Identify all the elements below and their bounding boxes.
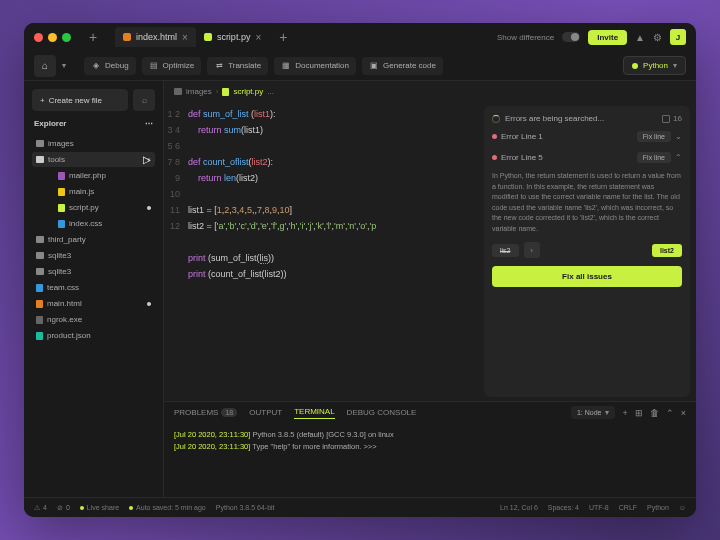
problems-badge: 18	[221, 408, 237, 417]
ai-assistant-panel: Errors are being searched... 16 Error Li…	[484, 106, 690, 397]
documentation-button[interactable]: ▦Documentation	[274, 57, 356, 75]
breadcrumb[interactable]: images › script.py ...	[164, 81, 696, 102]
titlebar: + index.html × script.py × + Show differ…	[24, 23, 696, 51]
add-tab-button[interactable]: +	[273, 27, 293, 47]
html-file-icon	[123, 33, 131, 41]
tab-terminal[interactable]: TERMINAL	[294, 407, 334, 419]
chevron-down-icon[interactable]: ▾	[62, 61, 66, 70]
user-avatar[interactable]: J	[670, 29, 686, 45]
sb-spaces[interactable]: Spaces: 4	[548, 504, 579, 511]
optimize-button[interactable]: ▤Optimize	[142, 57, 202, 75]
invite-button[interactable]: Invite	[588, 30, 627, 45]
error-line-1[interactable]: Error Line 1 Fix line ⌄	[492, 129, 682, 144]
code-editor[interactable]: 1 2 3 4 5 6 7 8 9 10 11 12 def sum_of_li…	[164, 102, 484, 401]
new-code[interactable]: list2	[652, 244, 682, 257]
sidebar: + Create new file ⌕ Explorer ⋯ images to…	[24, 81, 164, 497]
file-main-js[interactable]: main.js	[32, 184, 155, 199]
split-terminal-icon[interactable]: ⊞	[635, 408, 643, 418]
folder-icon	[36, 252, 44, 259]
doc-icon: ▦	[281, 61, 291, 71]
sb-live-share[interactable]: Live share	[80, 504, 119, 511]
maximize-window-icon[interactable]	[62, 33, 71, 42]
debug-button[interactable]: ◈Debug	[84, 57, 136, 75]
close-icon[interactable]: ×	[681, 408, 686, 418]
sb-eol[interactable]: CRLF	[619, 504, 637, 511]
folder-sqlite3-b[interactable]: sqlite3	[32, 264, 155, 279]
ai-explanation: In Python, the return statement is used …	[492, 171, 682, 234]
sb-errors[interactable]: ⊘ 0	[57, 504, 70, 512]
folder-third-party[interactable]: third_party	[32, 232, 155, 247]
code-content[interactable]: def sum_of_list (list1): return sum(list…	[188, 106, 484, 397]
fix-line-button[interactable]: Fix line	[637, 152, 671, 163]
sb-feedback-icon[interactable]: ☺	[679, 504, 686, 511]
create-file-button[interactable]: + Create new file	[32, 89, 128, 111]
minimize-window-icon[interactable]	[48, 33, 57, 42]
translate-button[interactable]: ⇄Translate	[207, 57, 268, 75]
tab-label: script.py	[217, 32, 251, 42]
python-file-icon	[58, 204, 65, 212]
file-mailer-php[interactable]: mailer.php	[32, 168, 155, 183]
tab-output[interactable]: OUTPUT	[249, 408, 282, 417]
folder-images[interactable]: images	[32, 136, 155, 151]
lang-dot-icon	[632, 63, 638, 69]
terminal-selector[interactable]: 1: Node▾	[571, 406, 616, 419]
sb-warnings[interactable]: ⚠ 4	[34, 504, 47, 512]
arrow-right-icon[interactable]: ›	[524, 242, 540, 258]
tab-index-html[interactable]: index.html ×	[115, 27, 196, 47]
sb-encoding[interactable]: UTF-8	[589, 504, 609, 511]
close-tab-icon[interactable]: ×	[182, 32, 188, 43]
terminal-panel: PROBLEMS18 OUTPUT TERMINAL DEBUG CONSOLE…	[164, 401, 696, 497]
more-icon[interactable]: ⋯	[145, 119, 153, 128]
css-file-icon	[36, 284, 43, 292]
json-file-icon	[36, 332, 43, 340]
live-dot-icon	[80, 506, 84, 510]
error-line-5[interactable]: Error Line 5 Fix line ⌃	[492, 150, 682, 165]
chevron-down-icon: ▾	[673, 61, 677, 70]
cursor-icon: ▷	[143, 154, 151, 165]
home-button[interactable]: ⌂	[34, 55, 56, 77]
tab-script-py[interactable]: script.py ×	[196, 27, 269, 47]
close-window-icon[interactable]	[34, 33, 43, 42]
show-diff-toggle[interactable]	[562, 32, 580, 42]
fix-line-button[interactable]: Fix line	[637, 131, 671, 142]
tab-bar: index.html × script.py × +	[115, 27, 293, 47]
file-product-json[interactable]: product.json	[32, 328, 155, 343]
trash-icon[interactable]: 🗑	[650, 408, 659, 418]
fix-all-button[interactable]: Fix all issues	[492, 266, 682, 287]
sb-cursor-pos[interactable]: Ln 12, Col 6	[500, 504, 538, 511]
old-code: lis2	[492, 244, 519, 257]
file-team-css[interactable]: team.css	[32, 280, 155, 295]
settings-icon[interactable]: ⚙	[653, 32, 662, 43]
generate-code-button[interactable]: ▣Generate code	[362, 57, 443, 75]
new-terminal-icon[interactable]: +	[622, 408, 627, 418]
sb-language[interactable]: Python	[647, 504, 669, 511]
folder-icon	[174, 88, 182, 95]
tab-problems[interactable]: PROBLEMS18	[174, 408, 237, 417]
tab-debug-console[interactable]: DEBUG CONSOLE	[347, 408, 417, 417]
sb-python-version[interactable]: Python 3.8.5 64-bit	[216, 504, 275, 511]
search-button[interactable]: ⌕	[133, 89, 155, 111]
sb-autosave[interactable]: Auto saved: 5 min ago	[129, 504, 206, 511]
file-tree: images tools▾▷ mailer.php main.js script…	[32, 136, 155, 343]
app-window: + index.html × script.py × + Show differ…	[24, 23, 696, 517]
file-main-html[interactable]: main.html	[32, 296, 155, 311]
spinner-icon	[492, 115, 500, 123]
editor: images › script.py ... 1 2 3 4 5 6 7 8 9…	[164, 81, 696, 497]
php-file-icon	[58, 172, 65, 180]
close-tab-icon[interactable]: ×	[255, 32, 261, 43]
file-script-py[interactable]: script.py	[32, 200, 155, 215]
file-ngrok-exe[interactable]: ngrok.exe	[32, 312, 155, 327]
folder-tools[interactable]: tools▾▷	[32, 152, 155, 167]
folder-icon	[36, 268, 44, 275]
chevron-up-icon[interactable]: ⌃	[675, 153, 682, 162]
file-index-css[interactable]: index.css	[32, 216, 155, 231]
bell-icon[interactable]: ▲	[635, 32, 645, 43]
chevron-up-icon[interactable]: ⌃	[666, 408, 674, 418]
terminal-output[interactable]: [Jul 20 2020, 23:11:30] Python 3.8.5 (de…	[164, 423, 696, 497]
save-dot-icon	[129, 506, 133, 510]
copy-icon[interactable]	[662, 115, 670, 123]
language-selector[interactable]: Python ▾	[623, 56, 686, 75]
new-tab-button[interactable]: +	[83, 27, 103, 47]
folder-sqlite3-a[interactable]: sqlite3	[32, 248, 155, 263]
chevron-down-icon[interactable]: ⌄	[675, 132, 682, 141]
